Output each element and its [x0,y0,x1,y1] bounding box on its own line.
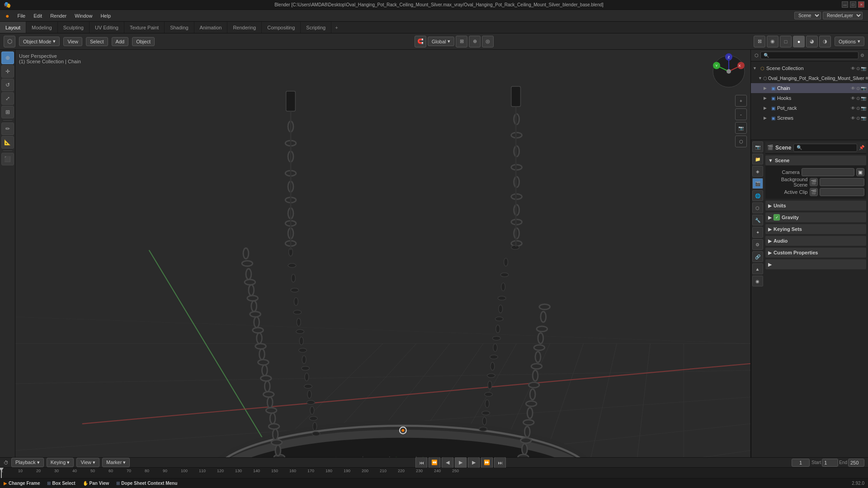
menu-blender[interactable]: ● [2,11,13,20]
props-tab-object[interactable]: ⬡ [752,202,763,213]
transform-orientation-icon[interactable]: ⊞ [456,36,467,47]
timeline-track[interactable]: 1 10 20 30 40 50 60 70 80 90 100 110 120… [0,468,868,478]
props-pin-icon[interactable]: 📌 [859,145,864,150]
next-keyframe-button[interactable]: ▶ [468,457,480,469]
custom-properties-section-header[interactable]: ▶ [765,259,866,269]
add-workspace-button[interactable]: + [331,23,341,32]
options-dropdown[interactable]: Options ▾ [835,37,864,46]
editor-type-button[interactable]: ⬡ [4,36,15,47]
pivot-icon[interactable]: ⊕ [469,36,481,47]
view-dropdown[interactable]: View ▾ [76,458,99,467]
object-mode-dropdown[interactable]: Object Mode ▾ [19,37,60,46]
bg-scene-field[interactable] [820,178,865,186]
scale-tool[interactable]: ⤢ [1,92,14,105]
view-menu[interactable]: View [63,37,82,46]
tab-compositing[interactable]: Compositing [262,22,301,33]
play-button[interactable]: ▶ [455,457,467,469]
add-menu[interactable]: Add [112,37,129,46]
tab-layout[interactable]: Layout [0,22,26,33]
props-search-input[interactable] [793,144,857,152]
outliner-item-screws[interactable]: ▶ ▣ Screws 👁 ⊙ 📷 [751,113,868,123]
rigid-body-world-section-header[interactable]: ▶ Custom Properties [765,248,866,258]
transform-tool[interactable]: ⊞ [1,106,14,118]
props-tab-world[interactable]: 🌐 [752,190,763,201]
viewport[interactable]: User Perspective (1) Scene Collection | … [15,50,750,457]
camera-field[interactable] [802,168,854,176]
material-preview-icon[interactable]: ◕ [806,36,818,47]
menu-edit[interactable]: Edit [30,12,46,19]
outliner-search-input[interactable] [760,52,859,59]
xray-icon[interactable]: □ [780,36,792,47]
marker-dropdown[interactable]: Marker ▾ [102,458,130,467]
outliner-vis-icon[interactable]: 👁 [851,66,855,71]
tab-texture-paint[interactable]: Texture Paint [124,22,165,33]
props-tab-modifier[interactable]: 🔧 [752,215,763,225]
snap-icon[interactable]: 🧲 [415,36,426,47]
tab-sculpting[interactable]: Sculpting [58,22,90,33]
outliner-item-hooks[interactable]: ▶ ▣ Hooks 👁 ⊙ 📷 [751,93,868,103]
next-frame-button[interactable]: ⏩ [481,457,493,469]
start-frame-field[interactable]: 1 [822,459,838,467]
props-tab-view[interactable]: ◈ [752,166,763,177]
renderlayer-select[interactable]: RenderLayer [823,12,863,19]
select-menu[interactable]: Select [86,37,108,46]
viewport-gizmos-icon[interactable]: ⊠ [754,36,765,47]
menu-render[interactable]: Render [47,12,70,19]
units-section-header[interactable]: ▶ Units [765,201,866,211]
playback-dropdown[interactable]: Playback ▾ [11,458,44,467]
camera-browse-icon[interactable]: ▣ [856,168,864,176]
camera-view-button[interactable]: 📷 [735,122,747,134]
move-tool[interactable]: ✛ [1,65,14,78]
object-menu[interactable]: Object [132,37,155,46]
scene-select[interactable]: Scene [794,12,821,19]
props-tab-render[interactable]: 📷 [752,141,763,152]
tab-animation[interactable]: Animation [194,22,228,33]
gravity-section-header[interactable]: ▶ Gravity [765,212,866,222]
gravity-checkbox[interactable] [774,214,780,221]
outliner-item-chain[interactable]: ▶ ▣ Chain 👁 ⊙ 📷 [751,83,868,93]
rendered-mode-icon[interactable]: ◑ [819,36,831,47]
end-frame-field[interactable]: 250 [848,459,864,467]
outliner-item-pot-rack[interactable]: ▶ ▣ Pot_rack 👁 ⊙ 📷 [751,103,868,113]
props-tab-scene[interactable]: 🎬 [752,178,763,189]
local-view-button[interactable]: ⬡ [735,136,747,147]
bg-scene-icon[interactable]: 🎬 [810,178,818,186]
prev-frame-button[interactable]: ⏪ [429,457,440,469]
proportional-edit-icon[interactable]: ◎ [482,36,494,47]
jump-start-button[interactable]: ⏮ [415,457,427,469]
active-clip-field[interactable] [820,188,865,196]
transform-dropdown[interactable]: Global ▾ [428,37,455,46]
jump-end-button[interactable]: ⏭ [494,457,506,469]
cursor-tool[interactable]: ⊕ [1,52,14,64]
overlay-icon[interactable]: ◉ [767,36,778,47]
active-clip-icon[interactable]: 🎬 [810,188,818,196]
audio-section-header[interactable]: ▶ Audio [765,236,866,246]
props-tab-physics[interactable]: ⚙ [752,239,763,250]
tab-rendering[interactable]: Rendering [227,22,262,33]
timeline-editor-type[interactable]: ⏱ [4,460,9,465]
zoom-in-button[interactable]: + [735,95,747,107]
props-tab-output[interactable]: 📁 [752,154,763,164]
current-frame-field[interactable]: 1 [792,459,810,467]
annotate-tool[interactable]: ✏ [1,122,14,135]
rotate-tool[interactable]: ↺ [1,79,14,91]
scene-section-header[interactable]: ▼ Scene [765,155,866,165]
tab-scripting[interactable]: Scripting [301,22,331,33]
tab-shading[interactable]: Shading [165,22,194,33]
solid-mode-icon[interactable]: ● [793,36,805,47]
minimize-button[interactable]: — [842,1,848,8]
props-tab-particles[interactable]: ✦ [752,227,763,238]
outliner-filter-icon[interactable]: ⚙ [860,53,864,58]
menu-file[interactable]: File [14,12,29,19]
tab-modeling[interactable]: Modeling [26,22,58,33]
props-tab-material[interactable]: ◉ [752,276,763,286]
props-tab-data[interactable]: ▲ [752,263,763,274]
close-button[interactable]: ✕ [858,1,864,8]
outliner-render-icon[interactable]: 📷 [861,66,866,71]
maximize-button[interactable]: □ [850,1,856,8]
outliner-item-oval[interactable]: ▼ ⬡ Oval_Hanging_Pot_Rack_Ceiling_Mount_… [751,73,868,83]
keying-dropdown[interactable]: Keying ▾ [47,458,74,467]
zoom-out-button[interactable]: - [735,108,747,120]
menu-help[interactable]: Help [97,12,114,19]
add-cube-tool[interactable]: ⬛ [1,153,14,165]
